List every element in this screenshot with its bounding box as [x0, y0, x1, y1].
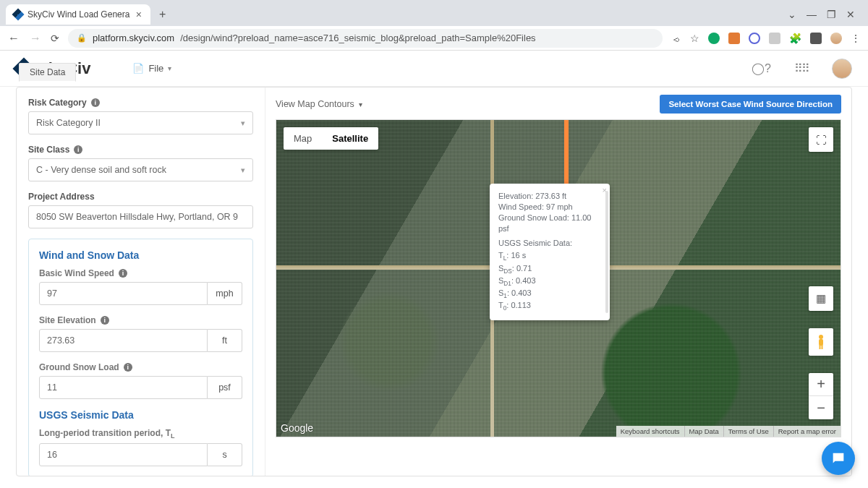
- bubble-wind: Wind Speed: 97 mph: [498, 202, 601, 213]
- bubble-usgs-hdr: USGS Seismic Data:: [498, 238, 601, 249]
- apps-grid-icon[interactable]: ⠿⠿: [794, 61, 809, 75]
- footer-keyboard[interactable]: Keyboard shortcuts: [616, 426, 684, 437]
- footer-terms[interactable]: Terms of Use: [723, 426, 773, 437]
- minimize-icon[interactable]: —: [807, 9, 817, 20]
- footer-data[interactable]: Map Data: [684, 426, 723, 437]
- file-icon: 📄: [132, 63, 144, 74]
- direction-marker: [564, 120, 569, 185]
- bubble-tl: TL: 16 s: [498, 250, 601, 262]
- snow-load-input[interactable]: 11: [39, 376, 208, 399]
- wind-speed-label: Basic Wind Speedi: [39, 268, 242, 278]
- forward-icon[interactable]: →: [29, 32, 42, 45]
- new-tab-button[interactable]: +: [155, 8, 170, 21]
- snow-load-label: Ground Snow Loadi: [39, 362, 242, 372]
- chevron-down-icon[interactable]: ⌄: [788, 9, 796, 20]
- wind-speed-input[interactable]: 97: [39, 282, 208, 305]
- risk-category-label: Risk Categoryi: [28, 98, 253, 108]
- close-tab-icon[interactable]: ×: [136, 9, 142, 20]
- worst-case-button[interactable]: Select Worst Case Wind Source Direction: [660, 95, 841, 114]
- browser-chrome: SkyCiv Wind Load Genera × + ⌄ — ❐ ✕ ← → …: [0, 0, 868, 51]
- tab-site-data[interactable]: Site Data: [19, 63, 76, 82]
- chat-icon: [830, 450, 846, 466]
- svg-rect-1: [819, 339, 823, 346]
- bubble-t0: T0: 0.113: [498, 300, 601, 312]
- share-icon[interactable]: ⪦: [671, 33, 681, 44]
- ext-icon-3[interactable]: [749, 33, 760, 44]
- extensions-icon[interactable]: 🧩: [789, 33, 801, 44]
- site-elevation-input[interactable]: 273.63: [39, 329, 208, 352]
- site-elevation-unit: ft: [208, 329, 242, 352]
- pegman-icon[interactable]: [809, 328, 833, 356]
- usgs-title: USGS Seismic Data: [39, 409, 242, 421]
- site-elevation-label: Site Elevationi: [39, 315, 242, 325]
- google-logo: Google: [281, 422, 313, 434]
- file-menu[interactable]: 📄 File ▾: [132, 63, 171, 74]
- info-icon[interactable]: i: [91, 98, 100, 107]
- back-icon[interactable]: ←: [7, 32, 20, 45]
- project-address-input[interactable]: [28, 205, 253, 228]
- app-header: SkyCiv 📄 File ▾ ◯? ⠿⠿: [0, 51, 868, 87]
- info-icon[interactable]: i: [119, 269, 127, 278]
- card-title: Wind and Snow Data: [39, 249, 242, 261]
- svg-rect-2: [820, 345, 821, 349]
- help-icon[interactable]: ◯?: [752, 61, 771, 75]
- ext-icon-5[interactable]: [810, 33, 822, 44]
- restore-icon[interactable]: ❐: [827, 9, 836, 20]
- browser-tab[interactable]: SkyCiv Wind Load Genera ×: [6, 4, 150, 25]
- map-type-toggle[interactable]: Map Satellite: [284, 127, 378, 150]
- file-menu-label: File: [148, 63, 163, 74]
- usgs-label: Long-period transition period, TL: [39, 428, 242, 440]
- bubble-snow: Ground Snow Load: 11.00 psf: [498, 213, 601, 234]
- left-pane: Risk Categoryi Risk Category II▾ Site Cl…: [17, 87, 265, 476]
- footer-report[interactable]: Report a map error: [773, 426, 841, 437]
- type-map[interactable]: Map: [284, 127, 322, 150]
- bubble-scrollbar[interactable]: [605, 191, 608, 313]
- type-satellite[interactable]: Satellite: [322, 127, 378, 150]
- info-icon[interactable]: i: [101, 316, 109, 325]
- chevron-down-icon: ▾: [168, 64, 171, 72]
- avatar[interactable]: [832, 59, 852, 79]
- bubble-elev: Elevation: 273.63 ft: [498, 191, 601, 202]
- profile-chip[interactable]: [830, 33, 842, 44]
- snow-load-unit: psf: [208, 376, 242, 399]
- url-path: /design/wind?preload_name=asce716_seismi…: [180, 33, 535, 43]
- usgs-tl-input[interactable]: 16: [39, 443, 208, 466]
- close-window-icon[interactable]: ✕: [846, 9, 855, 20]
- reload-icon[interactable]: ⟳: [51, 33, 59, 44]
- info-icon[interactable]: i: [124, 363, 132, 372]
- fullscreen-icon[interactable]: ⛶: [809, 127, 833, 152]
- ext-icon-1[interactable]: [708, 33, 720, 44]
- wind-speed-unit: mph: [208, 282, 242, 305]
- layers-icon[interactable]: ▦: [809, 286, 833, 311]
- lock-icon: 🔒: [77, 33, 87, 43]
- ext-icon-4[interactable]: [769, 33, 780, 44]
- zoom-in-icon[interactable]: +: [809, 373, 833, 396]
- right-pane: View Map Contours ▾ Select Worst Case Wi…: [265, 87, 851, 476]
- info-bubble: × Elevation: 273.63 ft Wind Speed: 97 mp…: [490, 184, 610, 320]
- ext-icon-2[interactable]: [728, 33, 740, 44]
- bubble-sds: SDS: 0.71: [498, 263, 601, 275]
- risk-category-select[interactable]: Risk Category II▾: [28, 111, 253, 134]
- site-class-label: Site Classi: [28, 145, 253, 155]
- view-contours-link[interactable]: View Map Contours ▾: [276, 99, 362, 109]
- map[interactable]: Map Satellite ⛶ ▦ + − × El: [276, 119, 841, 437]
- site-class-select[interactable]: C - Very dense soil and soft rock▾: [28, 158, 253, 181]
- zoom-out-icon[interactable]: −: [809, 396, 833, 419]
- bubble-sd1: SD1: 0.403: [498, 275, 601, 288]
- map-attribution: Keyboard shortcuts Map Data Terms of Use…: [616, 426, 841, 437]
- address-bar[interactable]: 🔒 platform.skyciv.com /design/wind?prelo…: [68, 29, 663, 48]
- info-icon[interactable]: i: [74, 145, 82, 154]
- browser-tab-title: SkyCiv Wind Load Genera: [27, 9, 129, 20]
- url-host: platform.skyciv.com: [93, 33, 174, 43]
- data-card: Wind and Snow Data Basic Wind Speedi 97 …: [28, 239, 253, 476]
- kebab-menu-icon[interactable]: ⋮: [851, 33, 861, 44]
- svg-point-0: [819, 335, 823, 339]
- chat-fab[interactable]: [822, 442, 855, 475]
- chevron-down-icon: ▾: [241, 119, 245, 128]
- project-address-label: Project Address: [28, 192, 253, 202]
- svg-rect-3: [822, 345, 823, 349]
- favicon-icon: [13, 9, 23, 20]
- bubble-s1: S1: 0.403: [498, 288, 601, 300]
- star-icon[interactable]: ☆: [690, 33, 699, 44]
- zoom-control[interactable]: + −: [809, 373, 833, 419]
